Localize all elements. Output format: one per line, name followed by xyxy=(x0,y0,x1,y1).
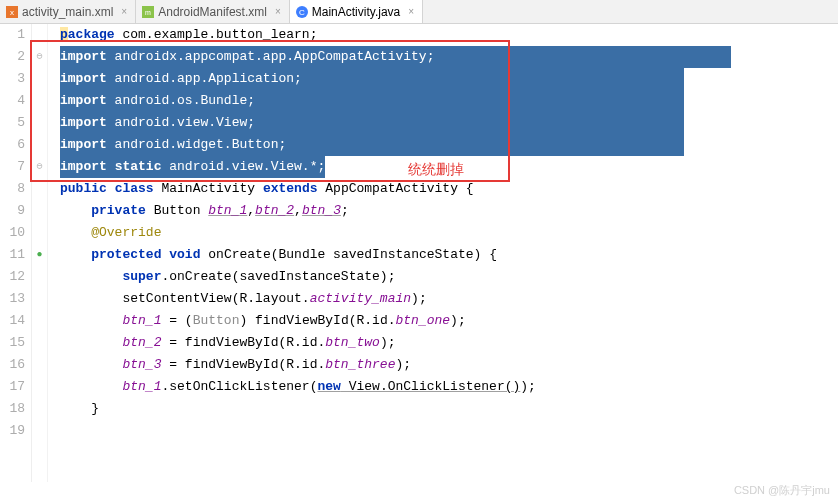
line-number: 9 xyxy=(0,200,25,222)
line-number: 8 xyxy=(0,178,25,200)
code-line: import android.os.Bundle; xyxy=(60,90,838,112)
line-number-gutter: 1 2 3 4 5 6 7 8 9 10 11 12 13 14 15 16 1… xyxy=(0,24,32,482)
line-number: 18 xyxy=(0,398,25,420)
tab-label: activity_main.xml xyxy=(22,5,113,19)
xml-icon: m xyxy=(142,6,154,18)
editor-tabs: x activity_main.xml × m AndroidManifest.… xyxy=(0,0,838,24)
code-line: btn_2 = findViewById(R.id.btn_two); xyxy=(60,332,838,354)
tab-label: AndroidManifest.xml xyxy=(158,5,267,19)
line-number: 17 xyxy=(0,376,25,398)
code-line: btn_1.setOnClickListener(new View.OnClic… xyxy=(60,376,838,398)
code-line: private Button btn_1,btn_2,btn_3; xyxy=(60,200,838,222)
svg-text:x: x xyxy=(10,8,14,17)
line-number: 13 xyxy=(0,288,25,310)
line-number: 6 xyxy=(0,134,25,156)
line-number: 1 xyxy=(0,24,25,46)
line-number: 19 xyxy=(0,420,25,442)
close-icon[interactable]: × xyxy=(121,6,127,17)
tab-label: MainActivity.java xyxy=(312,5,400,19)
watermark: CSDN @陈丹宇jmu xyxy=(734,483,830,498)
override-icon[interactable]: ● xyxy=(32,244,47,266)
code-line: public class MainActivity extends AppCom… xyxy=(60,178,838,200)
code-line: import android.view.View; xyxy=(60,112,838,134)
java-icon: C xyxy=(296,6,308,18)
code-line: import android.app.Application; xyxy=(60,68,838,90)
svg-text:C: C xyxy=(299,8,305,17)
line-number: 5 xyxy=(0,112,25,134)
line-number: 10 xyxy=(0,222,25,244)
tab-mainactivity[interactable]: C MainActivity.java × xyxy=(290,0,423,23)
code-line: import androidx.appcompat.app.AppCompatA… xyxy=(60,46,838,68)
close-icon[interactable]: × xyxy=(275,6,281,17)
line-number: 4 xyxy=(0,90,25,112)
code-area[interactable]: package com.example.button_learn; import… xyxy=(48,24,838,482)
code-line: package com.example.button_learn; xyxy=(60,24,838,46)
code-line: btn_1 = (Button) findViewById(R.id.btn_o… xyxy=(60,310,838,332)
fold-toggle-icon[interactable]: ⊖ xyxy=(32,46,47,68)
code-line: @Override xyxy=(60,222,838,244)
line-number: 12 xyxy=(0,266,25,288)
code-line: protected void onCreate(Bundle savedInst… xyxy=(60,244,838,266)
line-number: 2 xyxy=(0,46,25,68)
annotation-text: 统统删掉 xyxy=(408,158,464,180)
code-line: setContentView(R.layout.activity_main); xyxy=(60,288,838,310)
code-line: btn_3 = findViewById(R.id.btn_three); xyxy=(60,354,838,376)
code-line: super.onCreate(savedInstanceState); xyxy=(60,266,838,288)
line-number: 7 xyxy=(0,156,25,178)
line-number: 3 xyxy=(0,68,25,90)
line-number: 14 xyxy=(0,310,25,332)
tab-manifest[interactable]: m AndroidManifest.xml × xyxy=(136,0,290,23)
line-number: 15 xyxy=(0,332,25,354)
line-number: 11 xyxy=(0,244,25,266)
svg-text:m: m xyxy=(145,9,151,16)
code-line xyxy=(60,420,838,442)
tab-activity-main[interactable]: x activity_main.xml × xyxy=(0,0,136,23)
code-editor[interactable]: 1 2 3 4 5 6 7 8 9 10 11 12 13 14 15 16 1… xyxy=(0,24,838,482)
fold-toggle-icon[interactable]: ⊖ xyxy=(32,156,47,178)
line-number: 16 xyxy=(0,354,25,376)
code-line: import android.widget.Button; xyxy=(60,134,838,156)
code-line: } xyxy=(60,398,838,420)
fold-gutter: ⊖ ⊖ ● xyxy=(32,24,48,482)
close-icon[interactable]: × xyxy=(408,6,414,17)
xml-icon: x xyxy=(6,6,18,18)
